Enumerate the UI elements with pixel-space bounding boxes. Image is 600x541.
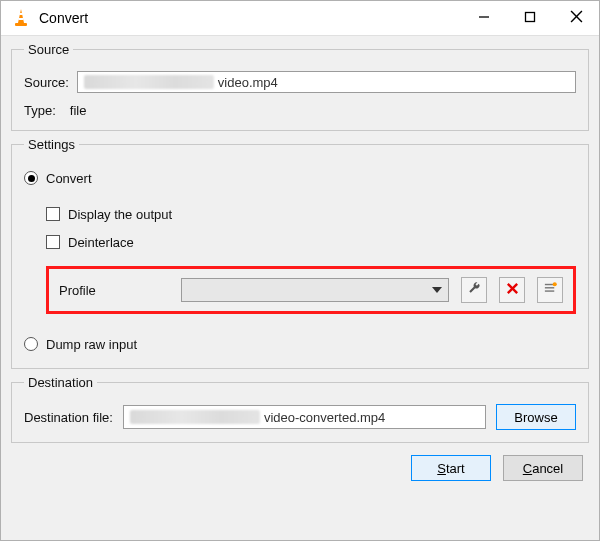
delete-x-icon xyxy=(505,281,520,299)
vlc-cone-icon xyxy=(11,8,31,28)
svg-rect-5 xyxy=(526,13,535,22)
delete-profile-button[interactable] xyxy=(499,277,525,303)
svg-marker-0 xyxy=(18,9,24,23)
browse-button-label: Browse xyxy=(514,410,557,425)
dialog-footer: Start Cancel xyxy=(11,449,589,481)
destination-input[interactable]: video-converted.mp4 xyxy=(123,405,486,429)
maximize-button[interactable] xyxy=(507,1,553,35)
redacted-path-prefix xyxy=(84,75,214,89)
type-row: Type: file xyxy=(24,103,576,118)
window-controls xyxy=(461,1,599,35)
settings-group: Settings Convert Display the output Dein… xyxy=(11,137,589,369)
wrench-icon xyxy=(467,281,482,299)
destination-label: Destination file: xyxy=(24,410,113,425)
client-area: Source Source: video.mp4 Type: file Sett… xyxy=(1,36,599,540)
cancel-button-label: Cancel xyxy=(523,461,563,476)
deinterlace-checkbox[interactable] xyxy=(46,235,60,249)
start-button[interactable]: Start xyxy=(411,455,491,481)
close-icon xyxy=(570,10,583,26)
convert-options: Display the output Deinterlace Profile xyxy=(46,202,576,328)
cancel-button[interactable]: Cancel xyxy=(503,455,583,481)
svg-point-13 xyxy=(552,282,556,286)
source-row: Source: video.mp4 xyxy=(24,71,576,93)
source-filename-suffix: video.mp4 xyxy=(218,75,278,90)
window-title: Convert xyxy=(39,10,461,26)
source-group: Source Source: video.mp4 Type: file xyxy=(11,42,589,131)
dump-raw-radio[interactable] xyxy=(24,337,38,351)
profile-row-highlight: Profile xyxy=(46,266,576,314)
browse-button[interactable]: Browse xyxy=(496,404,576,430)
dump-raw-radio-row[interactable]: Dump raw input xyxy=(24,332,576,356)
minimize-button[interactable] xyxy=(461,1,507,35)
list-add-icon xyxy=(543,281,558,299)
redacted-dest-prefix xyxy=(130,410,260,424)
profile-dropdown[interactable] xyxy=(181,278,449,302)
close-button[interactable] xyxy=(553,1,599,35)
source-label: Source: xyxy=(24,75,69,90)
display-output-label: Display the output xyxy=(68,207,172,222)
destination-legend: Destination xyxy=(24,375,97,390)
convert-radio-row[interactable]: Convert xyxy=(24,166,576,190)
deinterlace-label: Deinterlace xyxy=(68,235,134,250)
svg-rect-3 xyxy=(15,23,27,26)
maximize-icon xyxy=(524,10,536,26)
convert-radio-label: Convert xyxy=(46,171,92,186)
edit-profile-button[interactable] xyxy=(461,277,487,303)
display-output-checkbox[interactable] xyxy=(46,207,60,221)
deinterlace-row[interactable]: Deinterlace xyxy=(46,230,576,254)
titlebar: Convert xyxy=(1,1,599,36)
settings-legend: Settings xyxy=(24,137,79,152)
dump-raw-radio-label: Dump raw input xyxy=(46,337,137,352)
source-legend: Source xyxy=(24,42,73,57)
type-label: Type: xyxy=(24,103,56,118)
destination-group: Destination Destination file: video-conv… xyxy=(11,375,589,443)
new-profile-button[interactable] xyxy=(537,277,563,303)
svg-rect-2 xyxy=(19,18,24,20)
svg-rect-1 xyxy=(19,13,23,15)
start-button-label: Start xyxy=(437,461,464,476)
display-output-row[interactable]: Display the output xyxy=(46,202,576,226)
destination-filename-suffix: video-converted.mp4 xyxy=(264,410,385,425)
source-input[interactable]: video.mp4 xyxy=(77,71,576,93)
type-value: file xyxy=(70,103,87,118)
minimize-icon xyxy=(478,10,490,26)
destination-row: Destination file: video-converted.mp4 Br… xyxy=(24,404,576,430)
profile-label: Profile xyxy=(59,283,169,298)
chevron-down-icon xyxy=(432,287,442,293)
svg-rect-12 xyxy=(544,290,553,291)
convert-radio[interactable] xyxy=(24,171,38,185)
svg-rect-11 xyxy=(544,287,553,288)
convert-window: Convert xyxy=(0,0,600,541)
